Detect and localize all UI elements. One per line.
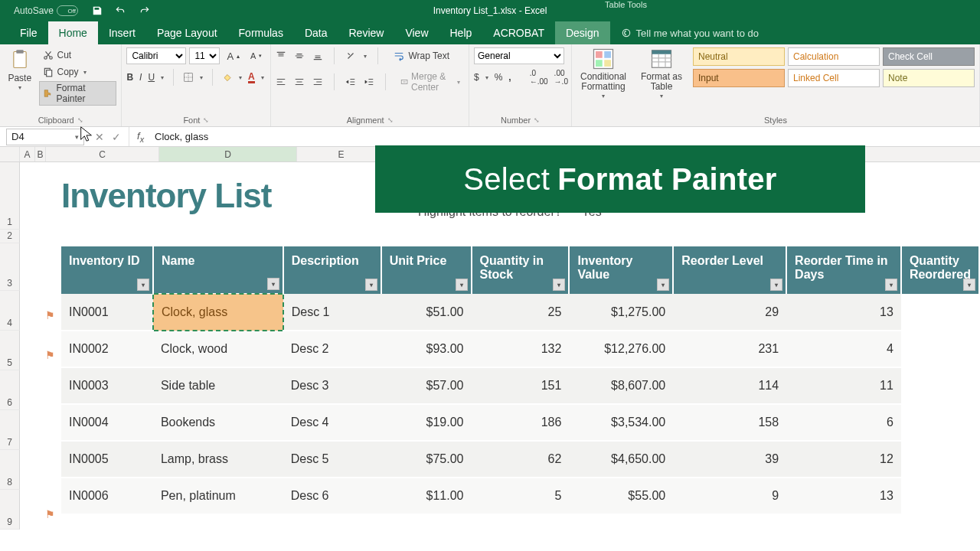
undo-icon[interactable] (113, 5, 127, 16)
tab-design[interactable]: Design (555, 21, 610, 44)
percent-format-icon[interactable]: % (495, 72, 503, 83)
style-note[interactable]: Note (883, 69, 975, 87)
select-all-corner[interactable] (0, 147, 20, 161)
merge-center-button[interactable]: Merge & Center▾ (397, 69, 464, 95)
number-launcher-icon[interactable]: ⤡ (534, 116, 540, 124)
underline-button[interactable]: U (148, 72, 155, 83)
accept-formula-icon[interactable]: ✓ (112, 131, 121, 143)
cell-rl[interactable]: 39 (673, 441, 786, 478)
align-center-icon[interactable] (294, 77, 305, 87)
font-launcher-icon[interactable]: ⤡ (203, 116, 209, 124)
redo-icon[interactable] (138, 5, 152, 16)
cell-qty[interactable]: 5 (472, 478, 570, 514)
autosave-toggle[interactable]: AutoSave Off (14, 5, 78, 16)
font-color-button[interactable]: A (248, 72, 255, 83)
cell-price[interactable]: $11.00 (381, 478, 472, 514)
table-row[interactable]: IN0004BookendsDesc 4$19.00186$3,534.0015… (61, 404, 979, 441)
table-header[interactable]: Reorder Time in Days▾ (786, 246, 901, 294)
cell-rl[interactable]: 29 (673, 294, 786, 331)
decrease-font-icon[interactable]: A▾ (247, 49, 266, 63)
cell-rl[interactable]: 231 (673, 331, 786, 367)
cell-rl[interactable]: 114 (673, 367, 786, 404)
chevron-down-icon[interactable]: ▾ (75, 133, 79, 141)
tab-insert[interactable]: Insert (98, 21, 146, 44)
table-header[interactable]: Name▾ (153, 246, 283, 294)
align-right-icon[interactable] (312, 77, 323, 87)
cell-qty[interactable]: 132 (472, 331, 570, 367)
filter-dropdown-icon[interactable]: ▾ (657, 279, 669, 291)
style-calculation[interactable]: Calculation (788, 47, 880, 66)
cell-rt[interactable]: 4 (786, 331, 901, 367)
style-neutral[interactable]: Neutral (693, 47, 785, 66)
alignment-launcher-icon[interactable]: ⤡ (387, 116, 394, 124)
clipboard-launcher-icon[interactable]: ⤡ (77, 116, 83, 124)
cell-price[interactable]: $93.00 (381, 331, 472, 367)
cell-desc[interactable]: Desc 1 (283, 294, 381, 331)
align-bottom-icon[interactable] (312, 51, 323, 61)
cell-id[interactable]: IN0001 (61, 294, 153, 331)
copy-button[interactable]: Copy▾ (39, 64, 116, 80)
filter-dropdown-icon[interactable]: ▾ (770, 279, 782, 291)
cell-name[interactable]: Lamp, brass (153, 441, 283, 478)
format-as-table-button[interactable]: Format as Table▾ (635, 47, 688, 100)
cancel-formula-icon[interactable]: ✕ (95, 131, 104, 143)
cell-id[interactable]: IN0006 (61, 478, 153, 514)
tab-review[interactable]: Review (338, 21, 395, 44)
align-top-icon[interactable] (276, 51, 286, 61)
cell-id[interactable]: IN0002 (61, 331, 153, 367)
tab-file[interactable]: File (9, 21, 48, 44)
fx-icon[interactable]: fx (129, 130, 152, 144)
cell-rt[interactable]: 6 (786, 404, 901, 441)
cell-name[interactable]: Clock, glass (153, 294, 283, 331)
conditional-formatting-button[interactable]: Conditional Formatting▾ (577, 47, 630, 100)
cell-price[interactable]: $19.00 (381, 404, 472, 441)
cell-name[interactable]: Side table (153, 367, 283, 404)
style-input[interactable]: Input (693, 69, 785, 87)
cell-rt[interactable]: 13 (786, 294, 901, 331)
cell-desc[interactable]: Desc 6 (283, 478, 381, 514)
accounting-format-icon[interactable]: $ (474, 72, 479, 83)
table-row[interactable]: IN0002Clock, woodDesc 2$93.00132$12,276.… (61, 331, 979, 367)
filter-dropdown-icon[interactable]: ▾ (553, 279, 565, 291)
tab-view[interactable]: View (394, 21, 439, 44)
cell-val[interactable]: $4,650.00 (569, 441, 673, 478)
filter-dropdown-icon[interactable]: ▾ (963, 279, 975, 291)
paste-button[interactable]: Paste ▾ (5, 47, 34, 92)
cell-rl[interactable]: 158 (673, 404, 786, 441)
cell-qty[interactable]: 151 (472, 367, 570, 404)
cell-rl[interactable]: 9 (673, 478, 786, 514)
comma-format-icon[interactable]: , (508, 72, 511, 83)
table-row[interactable]: IN0006Pen, platinumDesc 6$11.005$55.0091… (61, 478, 979, 514)
name-box[interactable]: D4 ▾ (6, 129, 84, 145)
save-icon[interactable] (92, 5, 103, 16)
filter-dropdown-icon[interactable]: ▾ (365, 279, 377, 291)
italic-button[interactable]: I (139, 72, 142, 83)
table-header[interactable]: Quantity in Stock▾ (472, 246, 570, 294)
table-row[interactable]: IN0003Side tableDesc 3$57.00151$8,607.00… (61, 367, 979, 404)
cell-id[interactable]: IN0004 (61, 404, 153, 441)
cell-val[interactable]: $12,276.00 (569, 331, 673, 367)
filter-dropdown-icon[interactable]: ▾ (885, 279, 897, 291)
cell-rt[interactable]: 11 (786, 367, 901, 404)
cell-price[interactable]: $75.00 (381, 441, 472, 478)
filter-dropdown-icon[interactable]: ▾ (137, 279, 149, 291)
tab-data[interactable]: Data (294, 21, 338, 44)
table-header[interactable]: Description▾ (283, 246, 381, 294)
align-left-icon[interactable] (276, 77, 286, 87)
tab-acrobat[interactable]: ACROBAT (482, 21, 555, 44)
cell-desc[interactable]: Desc 5 (283, 441, 381, 478)
cell-val[interactable]: $55.00 (569, 478, 673, 514)
inventory-table[interactable]: Inventory ID▾Name▾Description▾Unit Price… (61, 246, 980, 515)
cell-name[interactable]: Clock, wood (153, 331, 283, 367)
style-check-cell[interactable]: Check Cell (883, 47, 975, 66)
cell-name[interactable]: Pen, platinum (153, 478, 283, 514)
cell-qty[interactable]: 186 (472, 404, 570, 441)
fill-color-button[interactable] (222, 72, 233, 83)
increase-font-icon[interactable]: A▴ (223, 48, 243, 64)
cell-desc[interactable]: Desc 4 (283, 404, 381, 441)
align-middle-icon[interactable] (294, 51, 305, 61)
cell-rt[interactable]: 12 (786, 441, 901, 478)
style-linked-cell[interactable]: Linked Cell (788, 69, 880, 87)
cell-price[interactable]: $51.00 (381, 294, 472, 331)
cell-rt[interactable]: 13 (786, 478, 901, 514)
